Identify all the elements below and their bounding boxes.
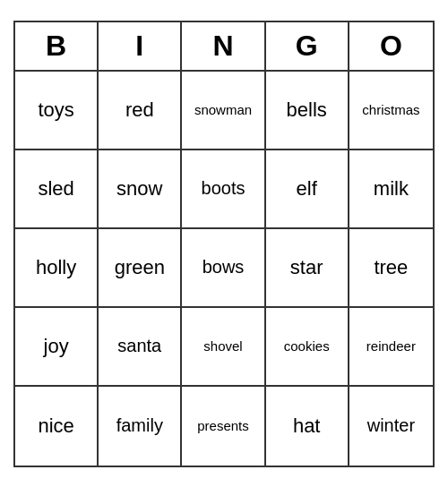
- cell-text: elf: [297, 177, 317, 201]
- cell-text: star: [290, 256, 323, 279]
- bingo-cell: tree: [349, 229, 433, 308]
- cell-text: hat: [293, 414, 321, 438]
- bingo-header: BINGO: [15, 22, 433, 72]
- bingo-grid: toysredsnowmanbellschristmassledsnowboot…: [15, 72, 433, 466]
- cell-text: joy: [44, 335, 69, 358]
- bingo-cell: sled: [15, 150, 99, 229]
- bingo-cell: milk: [349, 150, 433, 229]
- cell-text: holly: [36, 256, 76, 279]
- cell-text: bows: [202, 257, 245, 278]
- bingo-cell: star: [266, 229, 349, 308]
- bingo-cell: toys: [15, 72, 99, 150]
- bingo-cell: santa: [99, 308, 182, 387]
- bingo-cell: elf: [266, 150, 349, 229]
- cell-text: cookies: [284, 338, 330, 354]
- bingo-cell: cookies: [266, 308, 349, 387]
- cell-text: snowman: [194, 102, 252, 117]
- header-letter: G: [266, 22, 349, 70]
- bingo-cell: red: [99, 72, 182, 150]
- bingo-cell: snowman: [182, 72, 265, 150]
- cell-text: tree: [374, 256, 408, 279]
- bingo-cell: bells: [266, 72, 349, 150]
- bingo-cell: hat: [266, 387, 349, 466]
- cell-text: toys: [38, 98, 73, 122]
- bingo-cell: christmas: [349, 72, 433, 150]
- cell-text: green: [115, 256, 165, 279]
- cell-text: shovel: [203, 338, 242, 354]
- cell-text: milk: [374, 177, 409, 201]
- bingo-cell: joy: [15, 308, 99, 387]
- cell-text: red: [125, 98, 154, 122]
- header-letter: I: [99, 22, 182, 70]
- bingo-cell: reindeer: [349, 308, 433, 387]
- cell-text: santa: [117, 336, 161, 356]
- bingo-cell: snow: [99, 150, 182, 229]
- cell-text: snow: [116, 177, 162, 201]
- cell-text: presents: [197, 418, 249, 433]
- cell-text: boots: [202, 178, 246, 199]
- bingo-cell: family: [99, 387, 182, 466]
- bingo-cell: presents: [182, 387, 265, 466]
- cell-text: family: [116, 415, 163, 436]
- header-letter: O: [349, 22, 433, 70]
- bingo-cell: nice: [15, 387, 99, 466]
- bingo-cell: bows: [182, 229, 265, 308]
- cell-text: christmas: [362, 102, 419, 117]
- bingo-card: BINGO toysredsnowmanbellschristmassledsn…: [13, 21, 435, 467]
- header-letter: N: [182, 22, 265, 70]
- cell-text: reindeer: [366, 338, 416, 354]
- cell-text: bells: [287, 98, 327, 122]
- cell-text: winter: [367, 415, 415, 436]
- bingo-cell: holly: [15, 229, 99, 308]
- bingo-cell: green: [99, 229, 182, 308]
- bingo-cell: shovel: [182, 308, 265, 387]
- cell-text: sled: [38, 177, 73, 201]
- bingo-cell: winter: [349, 387, 433, 466]
- bingo-cell: boots: [182, 150, 265, 229]
- header-letter: B: [15, 22, 99, 70]
- cell-text: nice: [38, 414, 73, 438]
